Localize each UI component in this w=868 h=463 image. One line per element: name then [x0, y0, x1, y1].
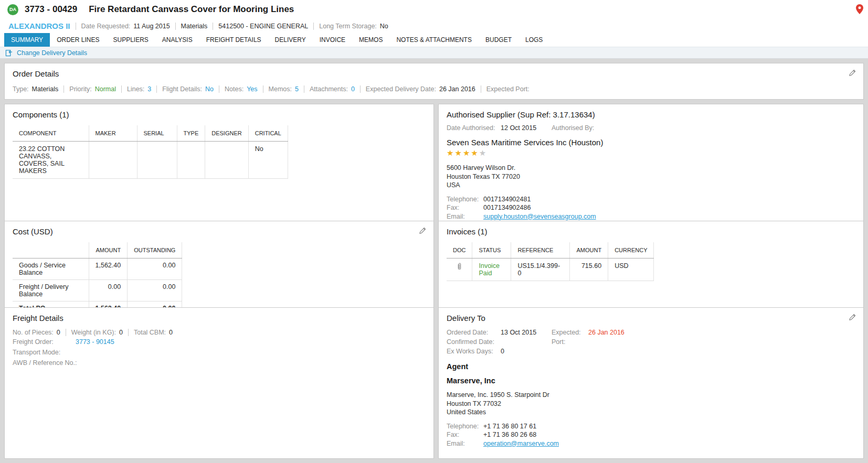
- order-details-fields: Type: Materials Priority: Normal Lines: …: [13, 85, 855, 93]
- agent-contact: Telephone:+1 71 36 80 17 61 Fax:+1 71 36…: [447, 422, 855, 448]
- port-label: Port:: [552, 338, 585, 346]
- supplier-email-link[interactable]: supply.houston@sevenseasgroup.com: [483, 212, 596, 221]
- expected-delivery-date-label: Expected Delivery Date:: [366, 85, 436, 93]
- tab-analysis[interactable]: ANALYSIS: [155, 33, 199, 47]
- col-amount: AMOUNT: [89, 242, 128, 259]
- fax-label: Fax:: [447, 203, 483, 212]
- agent-heading: Agent: [447, 362, 855, 371]
- type-label: Type:: [13, 85, 29, 93]
- priority-label: Priority:: [69, 85, 91, 93]
- supplier-rating: ★★★★★: [447, 148, 855, 158]
- components-table: COMPONENT MAKER SERIAL TYPE DESIGNER CRI…: [13, 125, 288, 179]
- main-content: Order Details Type: Materials Priority: …: [0, 59, 868, 463]
- freight-order-link[interactable]: 3773 - 90145: [76, 338, 114, 347]
- date-requested-label: Date Requested:: [81, 23, 131, 30]
- invoices-table: DOC STATUS REFERENCE AMOUNT CURRENCY: [447, 242, 654, 281]
- flight-details-label: Flight Details:: [162, 85, 202, 93]
- address-line: United States: [447, 408, 855, 417]
- col-outstanding: OUTSTANDING: [128, 242, 182, 259]
- tab-summary[interactable]: SUMMARY: [4, 33, 50, 47]
- invoice-amount-cell: 715.60: [570, 259, 608, 281]
- cbm-label: Total CBM:: [134, 329, 166, 336]
- divider: [156, 85, 157, 93]
- invoice-doc-cell[interactable]: [447, 259, 472, 281]
- memos-count-link[interactable]: 5: [295, 85, 299, 93]
- action-toolbar: Change Delivery Details: [0, 47, 868, 59]
- expected-label: Expected:: [552, 329, 585, 336]
- vessel-name[interactable]: ALEXANDROS II: [8, 21, 70, 30]
- address-line: Houston TX 77032: [447, 400, 855, 408]
- agent-email-link[interactable]: operation@marserve.com: [483, 439, 559, 448]
- fax-value: +1 71 36 80 26 68: [483, 430, 536, 439]
- notes-link[interactable]: Yes: [247, 85, 257, 93]
- component-row[interactable]: 23.22 COTTON CANVASS, COVERS, SAIL MAKER…: [13, 142, 288, 179]
- authorised-supplier-title: Authorised Supplier (Sup Ref: 3.17.13634…: [447, 110, 855, 119]
- order-number: 3773 - 00429: [25, 4, 77, 15]
- attachments-count-link[interactable]: 0: [351, 85, 355, 93]
- address-line: USA: [447, 181, 855, 190]
- divider: [121, 85, 122, 93]
- delivery-to-title: Delivery To: [447, 314, 855, 322]
- tab-order-lines[interactable]: ORDER LINES: [50, 33, 106, 47]
- divider: [481, 85, 481, 93]
- confirmed-date-label: Confirmed Date:: [447, 338, 497, 346]
- invoices-title: Invoices (1): [447, 227, 855, 236]
- date-requested-value: 11 Aug 2015: [133, 23, 170, 30]
- supplier-contact: Telephone:0017134902481 Fax:001713490248…: [447, 195, 855, 221]
- lines-count-link[interactable]: 3: [147, 85, 151, 93]
- col-reference: REFERENCE: [511, 242, 570, 259]
- location-pin-icon[interactable]: [856, 4, 863, 14]
- divider: [304, 85, 304, 93]
- tab-memos[interactable]: MEMOS: [352, 33, 389, 47]
- divider: [76, 23, 76, 30]
- notes-label: Notes:: [225, 85, 244, 93]
- tab-budget[interactable]: BUDGET: [479, 33, 518, 47]
- email-label: Email:: [447, 212, 483, 221]
- tab-delivery[interactable]: DELIVERY: [268, 33, 313, 47]
- col-designer: DESIGNER: [205, 125, 248, 142]
- supplier-address: 5600 Harvey Wilson Dr. Houston Texas TX …: [447, 164, 855, 190]
- type-cell: [177, 142, 205, 179]
- awb-label: AWB / Reference No.:: [13, 359, 86, 368]
- designer-cell: [205, 142, 248, 179]
- expected-value: 26 Jan 2016: [588, 329, 624, 336]
- col-serial: SERIAL: [137, 125, 177, 142]
- divider: [313, 23, 314, 30]
- tab-freight-details[interactable]: FREIGHT DETAILS: [199, 33, 268, 47]
- page-title: Fire Retardant Canvass Cover for Mooring…: [89, 4, 294, 15]
- tab-logs[interactable]: LOGS: [518, 33, 549, 47]
- address-line: Marserve, Inc. 1950 S. Starpoint Dr: [447, 391, 855, 400]
- invoice-status-cell: Invoice Paid: [472, 259, 511, 281]
- cost-row-goods: Goods / Service Balance 1,562.40 0.00: [13, 259, 182, 280]
- invoice-currency-cell: USD: [608, 259, 654, 281]
- freight-details-title: Freight Details: [13, 314, 426, 322]
- cbm-value: 0: [169, 329, 173, 336]
- tab-invoice[interactable]: INVOICE: [313, 33, 352, 47]
- telephone-label: Telephone:: [447, 422, 483, 431]
- paperclip-icon[interactable]: [457, 262, 462, 271]
- address-line: Houston Texas TX 77020: [447, 173, 855, 181]
- invoice-row[interactable]: Invoice Paid US15.1/4.399-0 715.60 USD: [447, 259, 654, 281]
- page-header: DA 3773 - 00429 Fire Retardant Canvass C…: [0, 0, 868, 59]
- components-header-row: COMPONENT MAKER SERIAL TYPE DESIGNER CRI…: [13, 125, 288, 142]
- agent-name: Marserve, Inc: [447, 376, 855, 385]
- tab-suppliers[interactable]: SUPPLIERS: [106, 33, 155, 47]
- divider: [66, 329, 66, 336]
- flight-details-link[interactable]: No: [205, 85, 214, 93]
- subheader: ALEXANDROS II Date Requested: 11 Aug 201…: [0, 19, 868, 33]
- divider: [360, 85, 361, 93]
- cost-amount: 0.00: [89, 280, 128, 302]
- ex-works-label: Ex Works Days:: [447, 348, 497, 355]
- cost-amount: 1,562.40: [89, 259, 128, 280]
- divider: [219, 85, 219, 93]
- tab-notes-attachments[interactable]: NOTES & ATTACHMENTS: [389, 33, 479, 47]
- freight-summary-line: No. of Pieces: 0 Weight (in KG): 0 Total…: [13, 329, 426, 336]
- edit-delivery-icon[interactable]: [849, 313, 856, 321]
- edit-order-details-icon[interactable]: [849, 69, 856, 77]
- edit-cost-icon[interactable]: [419, 227, 427, 234]
- transport-mode-label: Transport Mode:: [13, 348, 76, 357]
- account-code: 5412500 - ENGINE GENERAL: [218, 23, 308, 30]
- telephone-label: Telephone:: [447, 195, 483, 204]
- change-delivery-icon: [5, 49, 13, 57]
- change-delivery-details-link[interactable]: Change Delivery Details: [17, 49, 87, 57]
